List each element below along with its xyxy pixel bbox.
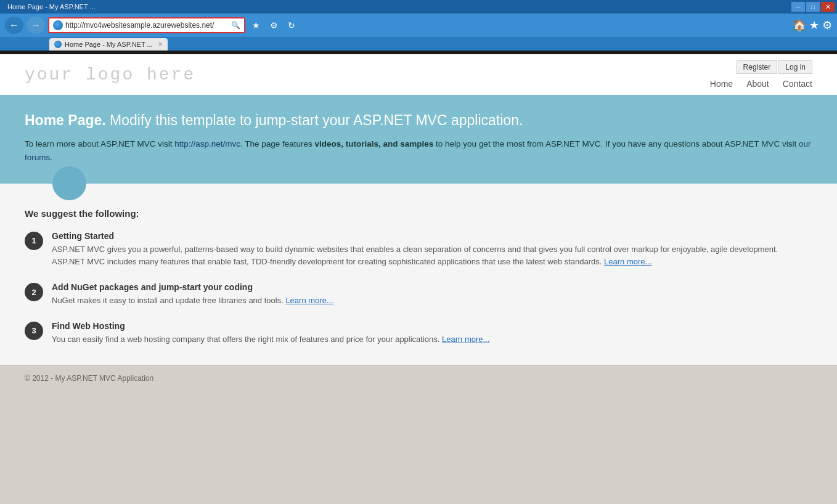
step-item-1: 1 Getting Started ASP.NET MVC gives you …	[25, 231, 812, 269]
bubble-container	[0, 184, 837, 202]
step-content-3: Find Web Hosting You can easily find a w…	[52, 321, 812, 346]
tab-title: Home Page - My ASP.NET ...	[65, 41, 153, 48]
tab-ie-icon	[54, 41, 62, 48]
tools-icon[interactable]: ⚙	[266, 18, 281, 33]
ie-logo-icon	[53, 20, 63, 30]
star-icon[interactable]: ★	[809, 18, 819, 32]
step-list: 1 Getting Started ASP.NET MVC gives you …	[25, 231, 812, 346]
step-link-2[interactable]: Learn more...	[285, 296, 333, 305]
hero-body-bold: videos, tutorials, and samples	[315, 139, 434, 148]
address-input[interactable]	[65, 21, 229, 30]
refresh-icon[interactable]: ↻	[284, 18, 299, 33]
step-link-1[interactable]: Learn more...	[604, 257, 651, 266]
forward-button[interactable]: →	[27, 17, 45, 34]
back-button[interactable]: ←	[5, 17, 23, 34]
step-title-3: Find Web Hosting	[52, 321, 812, 331]
step-desc-1: ASP.NET MVC gives you a powerful, patter…	[52, 243, 812, 269]
tab-bar: Home Page - My ASP.NET ... ×	[0, 37, 837, 51]
main-content: We suggest the following: 1 Getting Star…	[0, 202, 837, 365]
window-chrome: Home Page - My ASP.NET ... ─ □ ✕ ← → 🔍 ★…	[0, 0, 837, 37]
title-bar: Home Page - My ASP.NET ... ─ □ ✕	[0, 0, 837, 14]
step-number-2: 2	[25, 283, 43, 301]
browser-content: your logo here Register Log in Home Abou…	[0, 51, 837, 391]
browser-toolbar: ← → 🔍 ★ ⚙ ↻ 🏠 ★ ⚙	[0, 14, 837, 37]
step-item-2: 2 Add NuGet packages and jump-start your…	[25, 282, 812, 307]
active-tab[interactable]: Home Page - My ASP.NET ... ×	[49, 38, 168, 51]
hero-title-bold: Home Page.	[25, 112, 106, 128]
step-content-1: Getting Started ASP.NET MVC gives you a …	[52, 231, 812, 269]
window-title-text: Home Page - My ASP.NET ...	[2, 3, 790, 10]
bubble-decoration	[52, 166, 86, 200]
hero-body-middle: . The page features	[240, 139, 315, 148]
step-title-1: Getting Started	[52, 231, 812, 241]
auth-links: Register Log in	[737, 60, 812, 74]
hero-title: Home Page. Modify this template to jump-…	[25, 112, 812, 129]
header-right: Register Log in Home About Contact	[710, 60, 812, 89]
close-button[interactable]: ✕	[821, 2, 835, 12]
home-browser-icon[interactable]: 🏠	[793, 18, 806, 32]
logo: your logo here	[25, 65, 195, 84]
login-button[interactable]: Log in	[778, 60, 812, 74]
hero-section: Home Page. Modify this template to jump-…	[0, 95, 837, 184]
hero-body-period: .	[50, 153, 52, 162]
settings-browser-icon[interactable]: ⚙	[822, 18, 832, 32]
step-title-2: Add NuGet packages and jump-start your c…	[52, 282, 812, 292]
tab-close-button[interactable]: ×	[158, 40, 163, 49]
nav-about[interactable]: About	[746, 79, 769, 89]
minimize-button[interactable]: ─	[791, 2, 805, 12]
step-desc-3: You can easily find a web hosting compan…	[52, 333, 812, 346]
page-footer: © 2012 - My ASP.NET MVC Application	[0, 365, 837, 391]
suggest-heading: We suggest the following:	[25, 208, 812, 219]
hero-body-start: To learn more about ASP.NET MVC visit	[25, 139, 174, 148]
step-desc-text-3: You can easily find a web hosting compan…	[52, 335, 439, 344]
step-link-3[interactable]: Learn more...	[442, 335, 489, 344]
step-desc-2: NuGet makes it easy to install and updat…	[52, 295, 812, 307]
step-item-3: 3 Find Web Hosting You can easily find a…	[25, 321, 812, 346]
main-nav: Home About Contact	[710, 79, 812, 89]
step-number-1: 1	[25, 232, 43, 250]
step-desc-text-2: NuGet makes it easy to install and updat…	[52, 296, 284, 305]
hero-body-end: to help you get the most from ASP.NET MV…	[433, 139, 799, 148]
address-bar[interactable]: 🔍	[48, 17, 245, 33]
hero-link1[interactable]: http://asp.net/mvc	[174, 139, 240, 148]
nav-home[interactable]: Home	[710, 79, 733, 89]
hero-body: To learn more about ASP.NET MVC visit ht…	[25, 137, 812, 165]
nav-contact[interactable]: Contact	[783, 79, 812, 89]
maximize-button[interactable]: □	[806, 2, 820, 12]
page-header: your logo here Register Log in Home Abou…	[0, 54, 837, 95]
step-content-2: Add NuGet packages and jump-start your c…	[52, 282, 812, 307]
step-number-3: 3	[25, 322, 43, 340]
search-icon[interactable]: 🔍	[231, 21, 240, 30]
favorites-icon[interactable]: ★	[248, 18, 263, 33]
footer-copyright: © 2012 - My ASP.NET MVC Application	[25, 374, 153, 383]
step-desc-text-1: ASP.NET MVC gives you a powerful, patter…	[52, 245, 778, 267]
hero-title-rest: Modify this template to jump-start your …	[106, 112, 523, 128]
register-button[interactable]: Register	[737, 60, 778, 74]
